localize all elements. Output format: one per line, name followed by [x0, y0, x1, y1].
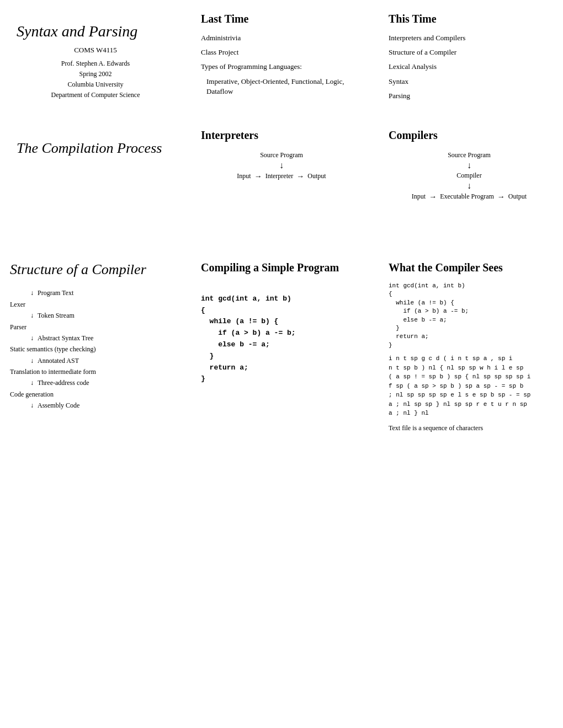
- author-info: Prof. Stephen A. Edwards Spring 2002 Col…: [17, 58, 174, 101]
- last-time-slide: Last Time Administrivia Class Project Ty…: [188, 0, 375, 116]
- compilation-process-title: The Compilation Process: [17, 138, 162, 158]
- label-10: Assembly Code: [38, 400, 79, 411]
- list-item: Types of Programming Languages:: [201, 62, 362, 72]
- compilers-slide: Compilers Source Program ↓ Compiler ↓ In…: [375, 116, 563, 227]
- label-4: Abstract Syntax Tree: [38, 333, 93, 344]
- main-title: Syntax and Parsing: [17, 22, 174, 41]
- struct-row-9: Code generation: [10, 389, 174, 400]
- interpreter-row: Input → Interpreter → Output: [237, 171, 326, 182]
- label-6: Annotated AST: [38, 355, 79, 366]
- arrow-4: ↓: [26, 333, 38, 344]
- this-time-slide: This Time Interpreters and Compilers Str…: [375, 0, 563, 116]
- struct-row-3: Parser: [10, 322, 174, 333]
- title-slide: Syntax and Parsing COMS W4115 Prof. Step…: [0, 0, 188, 116]
- arrow-8: ↓: [26, 377, 38, 388]
- list-item: Imperative, Object-Oriented, Functional,…: [201, 77, 362, 97]
- struct-row-2: ↓ Token Stream: [10, 310, 174, 321]
- label-1: Lexer: [10, 299, 25, 310]
- compiler-source-text: Source Program: [448, 151, 491, 160]
- header-code-pre: int gcd(int a, int b) { while (a != b) {…: [389, 282, 550, 350]
- label-8: Three-address code: [38, 377, 89, 388]
- university: Columbia University: [17, 79, 174, 90]
- professor: Prof. Stephen A. Edwards: [17, 58, 174, 69]
- compiler-label: Compiler: [456, 171, 481, 180]
- output-label: Output: [307, 172, 326, 181]
- token-stream: i n t sp g c d ( i n t sp a , sp i n t s…: [389, 354, 550, 418]
- interpreters-heading: Interpreters: [201, 127, 362, 143]
- last-time-heading: Last Time: [201, 11, 362, 26]
- compiler-sees-header-code: int gcd(int a, int b) { while (a != b) {…: [389, 282, 550, 350]
- label-9: Code generation: [10, 389, 54, 400]
- input-label: Input: [237, 172, 251, 181]
- list-item: Structure of a Compiler: [389, 47, 550, 57]
- struct-row-6: ↓ Annotated AST: [10, 355, 174, 366]
- compiler-label-row: Compiler: [456, 171, 481, 180]
- compiler-sees-slide: What the Compiler Sees int gcd(int a, in…: [375, 249, 563, 443]
- semester: Spring 2002: [17, 69, 174, 79]
- arrow-10: ↓: [26, 400, 38, 411]
- compiler-sees-heading: What the Compiler Sees: [389, 260, 550, 275]
- list-item: Parsing: [389, 91, 550, 101]
- list-item: Interpreters and Compilers: [389, 33, 550, 43]
- compiler-diagram: Source Program ↓ Compiler ↓ Input → Exec…: [389, 149, 550, 203]
- label-7: Translation to intermediate form: [10, 366, 96, 377]
- interpreters-slide: Interpreters Source Program ↓ Input → In…: [188, 116, 375, 227]
- compilation-process-slide: The Compilation Process: [0, 116, 188, 227]
- course-code: COMS W4115: [17, 45, 174, 55]
- label-0: Program Text: [38, 287, 73, 298]
- compiler-source-label: Source Program: [448, 151, 491, 160]
- this-time-list: Interpreters and Compilers Structure of …: [389, 33, 550, 101]
- struct-row-5: Static semantics (type checking): [10, 344, 174, 355]
- struct-row-8: ↓ Three-address code: [10, 377, 174, 388]
- list-item: Syntax: [389, 77, 550, 87]
- text-note: Text file is a sequence of characters: [389, 424, 550, 433]
- list-item: Lexical Analysis: [389, 62, 550, 72]
- source-program-label: Source Program: [260, 151, 303, 160]
- struct-row-10: ↓ Assembly Code: [10, 400, 174, 411]
- executable-label: Executable Program: [440, 192, 494, 201]
- code-content: int gcd(int a, int b) { while (a != b) {…: [201, 295, 296, 383]
- arrow-right-4: →: [497, 191, 505, 202]
- code-block: int gcd(int a, int b) { while (a != b) {…: [201, 282, 362, 397]
- compiler-output-label: Output: [508, 192, 527, 201]
- arrow-right-2: →: [296, 171, 304, 182]
- label-2: Token Stream: [38, 310, 75, 321]
- arrow-2: ↓: [26, 310, 38, 321]
- spacer-row: [0, 227, 563, 249]
- arrow-down-1: ↓: [279, 161, 284, 170]
- arrow-down-3: ↓: [467, 181, 471, 190]
- struct-row-7: Translation to intermediate form: [10, 366, 174, 377]
- structure-heading: Structure of a Compiler: [10, 260, 174, 280]
- arrow-down-2: ↓: [467, 161, 471, 170]
- struct-row-0: ↓ Program Text: [10, 287, 174, 298]
- last-time-list: Administrivia Class Project Types of Pro…: [201, 33, 362, 97]
- compiler-input-label: Input: [412, 192, 426, 201]
- this-time-heading: This Time: [389, 11, 550, 26]
- arrow-right-1: →: [254, 171, 262, 182]
- list-item: Class Project: [201, 47, 362, 57]
- interpreter-label: Interpreter: [265, 172, 294, 181]
- struct-row-1: Lexer: [10, 299, 174, 310]
- structure-slide: Structure of a Compiler ↓ Program Text L…: [0, 249, 188, 443]
- compiling-slide: Compiling a Simple Program int gcd(int a…: [188, 249, 375, 443]
- struct-row-4: ↓ Abstract Syntax Tree: [10, 333, 174, 344]
- executable-row: Input → Executable Program → Output: [412, 191, 527, 202]
- arrow-6: ↓: [26, 355, 38, 366]
- list-item: Administrivia: [201, 33, 362, 43]
- source-program-text: Source Program: [260, 151, 303, 160]
- compiling-heading: Compiling a Simple Program: [201, 260, 362, 275]
- label-3: Parser: [10, 322, 26, 333]
- arrow-0: ↓: [26, 287, 38, 298]
- structure-diagram: ↓ Program Text Lexer ↓ Token Stream Pars…: [10, 287, 174, 411]
- compilers-heading: Compilers: [389, 127, 550, 143]
- label-5: Static semantics (type checking): [10, 344, 96, 355]
- arrow-right-3: →: [429, 191, 437, 202]
- department: Department of Computer Science: [17, 90, 174, 100]
- interpreter-diagram: Source Program ↓ Input → Interpreter → O…: [201, 149, 362, 183]
